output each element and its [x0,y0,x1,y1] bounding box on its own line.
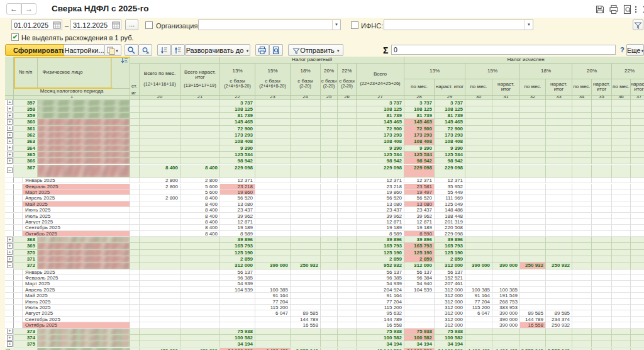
value-cell[interactable] [572,317,592,322]
value-cell[interactable]: 390 000 [255,262,291,269]
person-name-cell[interactable] [38,335,130,341]
value-cell[interactable] [140,281,180,286]
value-cell[interactable]: 34 194 [404,341,435,347]
colnum[interactable]: 29 [435,96,465,100]
value-cell[interactable]: 16 558 [357,322,404,328]
report-variants-button[interactable]: ▼ [104,44,121,56]
value-cell[interactable]: 108 125 [404,106,435,113]
value-cell[interactable]: 108 125 [220,106,255,113]
value-cell[interactable] [180,237,220,243]
value-cell[interactable]: 115 200 [465,305,492,310]
value-cell[interactable]: 77 204 [255,299,291,305]
row-number-cell[interactable]: 375 [14,341,38,347]
value-cell[interactable] [492,225,520,230]
value-cell[interactable]: 34 194 [357,341,404,347]
value-cell[interactable] [572,281,592,286]
expand-to-button[interactable]: Разворачивать до ▼ [185,44,250,56]
value-cell[interactable] [592,126,612,132]
value-cell[interactable] [140,119,180,125]
calendar-icon[interactable] [112,21,120,29]
value-cell[interactable] [338,138,357,145]
value-cell[interactable]: 125 190 [435,250,465,256]
value-cell[interactable] [291,256,321,262]
value-cell[interactable] [321,243,338,249]
value-cell[interactable] [140,113,180,119]
value-cell[interactable]: 104 539 [220,287,255,293]
value-cell[interactable]: 54 939 [357,281,404,286]
value-cell[interactable] [291,299,321,305]
value-cell[interactable] [321,348,338,350]
value-cell[interactable] [546,195,572,201]
value-cell[interactable] [140,293,180,298]
value-cell[interactable] [465,237,492,243]
value-cell[interactable] [520,341,546,347]
value-cell[interactable]: 89 585 [546,310,572,316]
value-cell[interactable]: 56 520 [220,195,255,201]
month-cell[interactable]: Февраль 2025 [23,275,130,281]
value-cell[interactable] [546,237,572,243]
value-cell[interactable]: 173 293 [435,132,465,138]
value-cell[interactable]: 9 390 [220,145,255,152]
value-cell[interactable] [338,119,357,125]
col20-header[interactable]: Всего по мес.(12+14+16+18) [140,64,180,96]
value-cell[interactable]: 23 581 [404,184,435,189]
value-cell[interactable] [291,165,321,178]
value-cell[interactable]: 125 534 [435,152,465,158]
value-cell[interactable]: 100 582 [404,335,435,341]
value-cell[interactable] [321,256,338,262]
value-cell[interactable] [592,250,612,256]
value-cell[interactable] [180,158,220,164]
value-cell[interactable] [612,207,631,213]
assessed-pct-header[interactable]: 15% [465,64,520,80]
assessed-month-header[interactable]: по мес. [404,79,435,96]
value-cell[interactable]: 23 437 [357,207,404,213]
value-cell[interactable] [612,178,631,183]
value-cell[interactable] [592,310,612,316]
value-cell[interactable] [321,100,338,106]
print-button[interactable] [255,44,269,56]
value-cell[interactable]: 312 000 [435,322,465,328]
value-cell[interactable]: 4 496 430 [465,348,492,350]
value-cell[interactable]: 312 000 [435,305,465,310]
value-cell[interactable] [255,225,291,230]
month-cell[interactable]: Октябрь 2025 [23,322,130,328]
value-cell[interactable] [140,219,180,225]
value-cell[interactable]: 8 400 [140,165,180,178]
value-cell[interactable] [631,322,644,328]
value-cell[interactable] [631,287,644,293]
value-cell[interactable] [572,329,592,335]
value-cell[interactable]: 390 000 [492,322,520,328]
value-cell[interactable]: 23 218 [220,184,255,189]
value-cell[interactable] [592,207,612,213]
value-cell[interactable]: 72 900 [435,126,465,132]
value-cell[interactable] [572,189,592,195]
value-cell[interactable]: 125 534 [404,152,435,158]
value-cell[interactable]: 12 371 [220,178,255,183]
value-cell[interactable] [140,100,180,106]
value-cell[interactable] [140,213,180,219]
value-cell[interactable]: 75 938 [220,329,255,335]
value-cell[interactable]: 108 408 [357,138,404,145]
value-cell[interactable] [492,106,520,113]
value-cell[interactable] [572,213,592,219]
value-cell[interactable]: 95 632 [357,310,404,316]
value-cell[interactable] [631,207,644,213]
row-number-cell[interactable]: 360 [14,119,38,125]
value-cell[interactable]: 165 793 [357,243,404,249]
value-cell[interactable] [338,184,357,189]
value-cell[interactable]: 312 000 [435,293,465,298]
value-cell[interactable] [140,231,180,237]
calendar-icon[interactable] [53,21,61,29]
value-cell[interactable] [492,145,520,152]
value-cell[interactable] [140,299,180,305]
value-cell[interactable] [291,281,321,286]
value-cell[interactable] [612,281,631,286]
value-cell[interactable]: 8 400 [180,219,220,225]
value-cell[interactable]: 144 789 [357,317,404,322]
person-name-cell[interactable] [38,348,130,350]
value-cell[interactable]: 8 400 [180,195,220,201]
assessed-cum-header[interactable]: нараст. итог [435,79,465,96]
value-cell[interactable] [180,132,220,138]
value-cell[interactable] [631,256,644,262]
value-cell[interactable] [255,256,291,262]
